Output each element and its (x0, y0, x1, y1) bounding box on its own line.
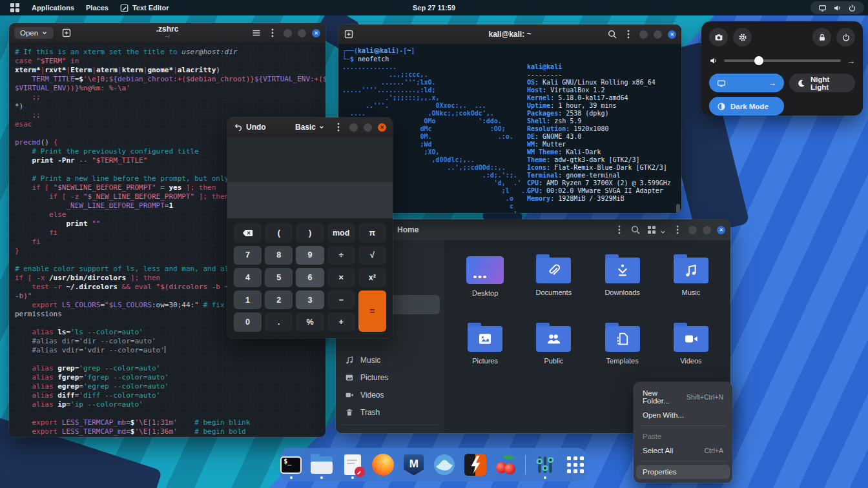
menu-item-open-with[interactable]: Open With... (636, 408, 730, 422)
volume-knob[interactable] (754, 56, 763, 65)
dock-item-tweaks[interactable] (533, 451, 557, 479)
undo-button[interactable]: Undo (234, 123, 266, 132)
calculator-titlebar: Undo Basic ✕ (227, 117, 393, 137)
calculator-display[interactable] (227, 182, 393, 218)
folder-label: Documents (536, 289, 572, 296)
minimize-button[interactable] (284, 29, 292, 37)
sidebar-item-music[interactable]: Music (336, 351, 445, 369)
apps-grid-icon[interactable] (10, 3, 20, 13)
dock-item-wireshark[interactable] (433, 451, 457, 479)
folder-pictures[interactable]: Pictures (451, 318, 519, 380)
close-button[interactable]: ✕ (378, 123, 386, 132)
gear-button[interactable] (733, 28, 752, 46)
dark-mode-toggle[interactable]: Dark Mode (709, 97, 784, 116)
calc-button-5[interactable]: 5 (265, 268, 293, 287)
arrow-right-icon[interactable]: → (847, 56, 855, 66)
menu-item-new-folder[interactable]: New Folder...Shift+Ctrl+N (636, 386, 730, 408)
search-icon[interactable] (607, 29, 617, 39)
calc-button-4[interactable]: 4 (234, 268, 262, 287)
kebab-menu-icon[interactable] (267, 28, 278, 38)
folder-icon-people (536, 326, 571, 352)
calc-button-−[interactable]: − (327, 290, 355, 310)
sidebar-item-videos[interactable]: Videos (336, 386, 445, 403)
calc-button-÷[interactable]: ÷ (327, 246, 355, 265)
calc-button-%[interactable]: % (296, 312, 324, 332)
calc-button-9[interactable]: 9 (296, 246, 324, 265)
menu-applications[interactable]: Applications (32, 4, 74, 12)
power-button[interactable] (836, 28, 855, 46)
dock-item-text-editor[interactable] (341, 451, 364, 479)
night-light-toggle[interactable]: Night Light (789, 74, 855, 92)
close-button[interactable]: ✕ (312, 29, 320, 37)
close-button[interactable]: ✕ (717, 226, 725, 234)
open-button[interactable]: Open (14, 27, 54, 39)
folder-videos[interactable]: Videos (657, 318, 725, 380)
maximize-button[interactable] (298, 29, 306, 37)
minimize-button[interactable] (349, 123, 358, 132)
dock-item-files[interactable] (311, 451, 334, 479)
dock-item-cherrytree[interactable] (495, 451, 518, 479)
minimize-button[interactable] (639, 30, 648, 39)
lock-button[interactable] (812, 28, 831, 46)
menu-item-properties[interactable]: Properties (636, 465, 730, 479)
calc-button-√[interactable]: √ (358, 246, 386, 265)
sidebar-item-pictures[interactable]: Pictures (336, 369, 445, 386)
kebab-menu-icon[interactable] (333, 122, 344, 132)
dock-item-firefox[interactable] (372, 451, 395, 479)
hamburger-menu-icon[interactable] (251, 28, 262, 38)
calc-button-.[interactable]: . (265, 312, 293, 332)
maximize-button[interactable] (654, 30, 662, 39)
calc-button-)[interactable]: ) (296, 223, 324, 243)
new-tab-icon[interactable] (344, 29, 354, 39)
search-icon[interactable] (630, 225, 641, 235)
dock-item-metasploit[interactable]: M (402, 451, 426, 479)
system-tray[interactable] (811, 1, 864, 14)
minimize-button[interactable] (688, 226, 697, 234)
calc-button-=[interactable]: = (358, 290, 386, 332)
kebab-menu-icon[interactable] (672, 225, 683, 235)
calc-button-2[interactable]: 2 (265, 290, 293, 310)
new-document-icon[interactable] (61, 28, 72, 38)
folder-templates[interactable]: Templates (588, 318, 657, 380)
menu-places[interactable]: Places (86, 4, 108, 12)
folder-documents[interactable]: Documents (519, 249, 588, 312)
folder-music[interactable]: Music (657, 249, 725, 312)
sidebar-item-other-locations[interactable]: Other Locations (336, 429, 445, 433)
active-app-menu[interactable]: Text Editor (120, 4, 169, 12)
folder-desktop[interactable]: Desktop (451, 249, 519, 312)
mode-selector[interactable]: Basic (295, 123, 325, 132)
camera-button[interactable] (709, 28, 728, 46)
folder-public[interactable]: Public (519, 318, 588, 380)
calc-button-([interactable]: ( (265, 223, 293, 243)
calc-button-×[interactable]: × (327, 268, 355, 287)
kebab-menu-icon[interactable] (623, 29, 634, 39)
video-icon (345, 391, 354, 400)
undo-label: Undo (246, 123, 266, 132)
view-toggle[interactable] (646, 225, 666, 235)
maximize-button[interactable] (364, 123, 372, 132)
clock[interactable]: Sep 27 11:59 (413, 4, 455, 12)
calc-button-3[interactable]: 3 (296, 290, 324, 310)
calc-button-0[interactable]: 0 (234, 312, 262, 332)
menu-item-select-all[interactable]: Select AllCtrl+A (636, 443, 730, 458)
dock-item-app-grid[interactable] (564, 451, 587, 479)
close-button[interactable]: ✕ (668, 30, 676, 39)
calc-button-6[interactable]: 6 (296, 268, 324, 287)
path-menu-icon[interactable] (614, 225, 625, 235)
calc-button-7[interactable]: 7 (234, 246, 262, 265)
sidebar-item-trash[interactable]: Trash (336, 403, 445, 421)
folder-downloads[interactable]: Downloads (588, 249, 657, 312)
calc-button-8[interactable]: 8 (265, 246, 293, 265)
volume-slider[interactable] (724, 59, 841, 62)
calc-button-mod[interactable]: mod (327, 223, 355, 243)
dock-item-terminal[interactable]: $_ (280, 451, 303, 479)
calc-button-x²[interactable]: x² (358, 268, 386, 287)
calc-button-1[interactable]: 1 (234, 290, 262, 310)
terminal-icon: $_ (280, 456, 302, 474)
calc-button-+[interactable]: + (327, 312, 355, 332)
display-toggle[interactable]: → (709, 74, 784, 92)
dock-item-burpsuite[interactable] (464, 451, 487, 479)
calc-button-π[interactable]: π (358, 223, 386, 243)
maximize-button[interactable] (703, 226, 711, 234)
calc-button-backspace[interactable] (234, 223, 262, 243)
